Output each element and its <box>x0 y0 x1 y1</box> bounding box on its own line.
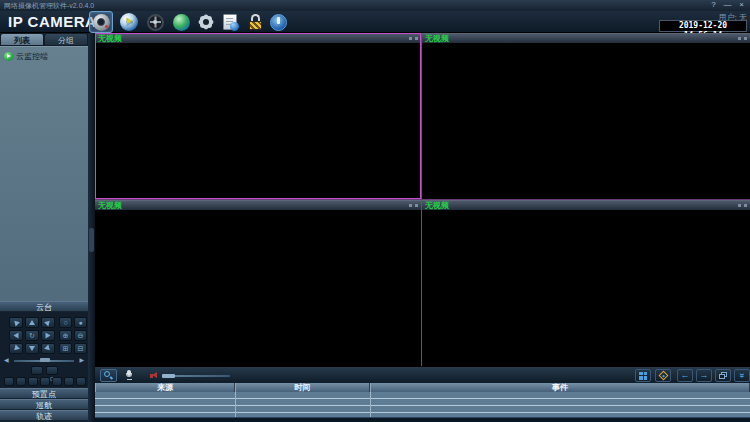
close-icon[interactable] <box>744 37 747 40</box>
auto-cycle-button[interactable] <box>715 369 731 382</box>
slider-right-icon[interactable]: ▶ <box>79 356 84 364</box>
previous-group-button[interactable]: ← <box>677 369 693 382</box>
column-time: 时间 <box>235 383 370 392</box>
ptz-zoom-mode-button[interactable]: Z <box>40 377 50 386</box>
log-document-icon <box>223 14 237 30</box>
ptz-right-button[interactable] <box>41 330 55 341</box>
minimize-button[interactable]: — <box>722 0 733 10</box>
video-grid: 无视频 无视频 无视频 无视频 <box>95 33 750 366</box>
panel-cruise[interactable]: 巡航 <box>0 399 88 410</box>
ptz-up-left-button[interactable] <box>9 317 23 328</box>
digital-zoom-button[interactable] <box>100 369 117 382</box>
wheel-icon <box>147 14 164 31</box>
ptz-menu-button[interactable]: ▣ <box>76 377 86 386</box>
focus-near-button[interactable]: ⊞ <box>59 343 72 354</box>
device-tree: 云监控端 <box>0 46 88 301</box>
audio-icon[interactable] <box>738 204 741 207</box>
ptz-aperture-button[interactable]: ◉ <box>52 377 62 386</box>
panel-track[interactable]: 轨迹 <box>0 410 88 421</box>
no-video-label: 无视频 <box>425 34 449 44</box>
arrow-left-icon: ← <box>681 371 690 380</box>
sidebar-tabs: 列表 分组 <box>0 33 88 46</box>
tree-root-item[interactable]: 云监控端 <box>4 51 48 62</box>
zoom-in-button[interactable]: ⊕ <box>59 330 72 341</box>
sidebar: 列表 分组 云监控端 云台 ↻ ○ ● ⊕ ⊖ ⊞ <box>0 33 88 422</box>
electronic-map-button[interactable] <box>169 11 193 33</box>
ptz-3d-button[interactable]: + <box>31 366 43 375</box>
volume-knob[interactable] <box>162 374 175 378</box>
iris-close-button[interactable]: ● <box>74 317 87 328</box>
zoom-out-button[interactable]: ⊖ <box>74 330 87 341</box>
ptz-up-right-button[interactable] <box>41 317 55 328</box>
ptz-wiper-button[interactable]: ▤ <box>16 377 26 386</box>
column-source: 来源 <box>95 383 235 392</box>
slider-knob[interactable] <box>40 358 50 362</box>
tab-group[interactable]: 分组 <box>44 33 88 46</box>
ptz-speed-slider[interactable]: ◀ ▶ <box>4 356 84 364</box>
grid-layout-icon <box>639 372 647 380</box>
table-column-line <box>235 392 236 417</box>
video-cell-1[interactable]: 无视频 <box>95 33 421 199</box>
power-icon <box>270 14 287 31</box>
ptz-defog-button[interactable]: ≈ <box>28 377 38 386</box>
ptz-light-button[interactable]: ☀ <box>4 377 14 386</box>
window-controls: ? — × <box>708 0 747 10</box>
table-row-line <box>95 412 750 413</box>
splitter-handle[interactable] <box>89 228 94 252</box>
fullscreen-button[interactable] <box>655 369 671 382</box>
slider-left-icon[interactable]: ◀ <box>4 356 9 364</box>
audio-icon[interactable] <box>409 204 412 207</box>
focus-far-button[interactable]: ⊟ <box>74 343 87 354</box>
live-preview-button[interactable] <box>89 11 113 33</box>
video-cell-4[interactable]: 无视频 <box>422 200 750 366</box>
power-exit-button[interactable] <box>266 11 290 33</box>
no-video-label: 无视频 <box>98 201 122 211</box>
video-cell-2[interactable]: 无视频 <box>422 33 750 199</box>
close-icon[interactable] <box>744 204 747 207</box>
close-icon[interactable] <box>415 37 418 40</box>
tab-list[interactable]: 列表 <box>0 33 44 46</box>
video-cell-4-header: 无视频 <box>422 200 750 210</box>
ptz-left-button[interactable] <box>9 330 23 341</box>
ptz-panel: ↻ ○ ● ⊕ ⊖ ⊞ ⊟ ◀ ▶ + ⊙ ☀ ▤ ≈ Z <box>0 312 88 388</box>
close-icon[interactable] <box>415 204 418 207</box>
audio-icon[interactable] <box>409 37 412 40</box>
ptz-down-right-button[interactable] <box>41 343 55 354</box>
close-button[interactable]: × <box>736 0 747 10</box>
panel-preset[interactable]: 预置点 <box>0 388 88 399</box>
ptz-auto-pan-button[interactable]: ↻ <box>25 330 39 341</box>
ptz-stop-button[interactable]: ⊘ <box>64 377 74 386</box>
app-logo: IP CAMERA <box>8 11 96 33</box>
log-button[interactable] <box>218 11 242 33</box>
iris-open-button[interactable]: ○ <box>59 317 72 328</box>
video-cell-3[interactable]: 无视频 <box>95 200 421 366</box>
speaker-icon[interactable] <box>150 372 158 379</box>
ptz-setting-button[interactable]: ⊙ <box>46 366 58 375</box>
title-bar: 网络摄像机管理软件-v2.0.4.0 ? — × <box>0 0 750 11</box>
no-video-label: 无视频 <box>425 201 449 211</box>
screen-split-button[interactable] <box>635 369 651 382</box>
microphone-icon <box>124 370 133 381</box>
ptz-up-button[interactable] <box>25 317 39 328</box>
bottom-strip <box>95 417 750 422</box>
event-table-header: 来源 时间 事件 <box>95 383 750 392</box>
system-config-button[interactable] <box>194 11 218 33</box>
window-title: 网络摄像机管理软件-v2.0.4.0 <box>4 1 94 11</box>
ptz-down-button[interactable] <box>25 343 39 354</box>
cascade-windows-icon <box>719 372 728 380</box>
lock-button[interactable] <box>243 11 267 33</box>
audio-icon[interactable] <box>738 37 741 40</box>
talk-button[interactable] <box>120 369 137 382</box>
playback-button[interactable] <box>117 11 141 33</box>
collapse-panel-button[interactable]: » <box>734 369 750 382</box>
help-button[interactable]: ? <box>708 0 719 10</box>
video-cell-1-header: 无视频 <box>95 33 421 43</box>
no-video-label: 无视频 <box>98 34 122 44</box>
globe-icon <box>173 14 190 31</box>
cloud-monitor-icon <box>4 52 13 61</box>
device-manage-button[interactable] <box>143 11 167 33</box>
ptz-down-left-button[interactable] <box>9 343 23 354</box>
event-table-body[interactable] <box>95 392 750 417</box>
ptz-header[interactable]: 云台 <box>0 301 88 312</box>
next-group-button[interactable]: → <box>696 369 712 382</box>
